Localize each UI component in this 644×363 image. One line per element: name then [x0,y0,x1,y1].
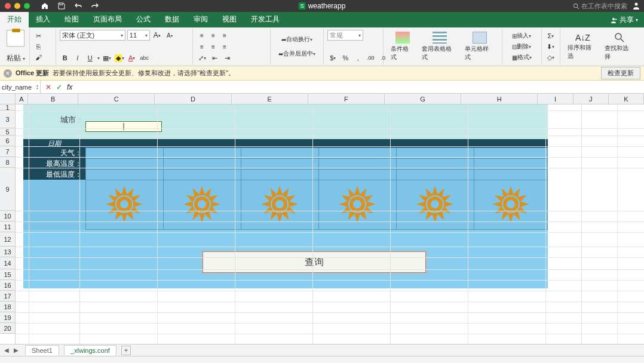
tab-data[interactable]: 数据 [158,12,186,27]
row-header-20[interactable]: 20 [0,323,15,334]
col-header-f[interactable]: F [308,94,385,104]
sort-filter-button[interactable]: A↓Z排序和筛选 [564,32,601,61]
font-family-select[interactable]: 宋体 (正文)▾ [60,30,125,41]
row-header-7[interactable]: 7 [0,146,15,157]
cancel-edit-icon[interactable]: ✕ [45,83,51,91]
maximize-window-button[interactable] [24,3,30,9]
tab-page-layout[interactable]: 页面布局 [86,12,129,27]
merge-center-button[interactable]: ⬌ 合并后居中 ▾ [274,48,320,59]
autosum-button[interactable]: Σ▾ [545,30,557,41]
paste-icon[interactable] [7,30,24,47]
row-header-14[interactable]: 14 [0,257,15,269]
row-header-9[interactable]: 9 [0,168,15,211]
find-select-button[interactable]: 查找和选择 [601,31,638,62]
confirm-edit-icon[interactable]: ✓ [56,83,62,91]
row-header-15[interactable]: 15 [0,269,15,280]
format-painter-icon[interactable]: 🖌 [33,52,44,63]
tab-home[interactable]: 开始 [0,12,29,27]
comma-button[interactable]: , [352,53,363,63]
wrap-text-button[interactable]: ➦ 自动换行 ▾ [274,34,320,45]
row-header-11[interactable]: 11 [0,222,15,232]
fill-color-button[interactable]: ◆▾ [114,53,125,63]
col-header-k[interactable]: K [609,94,644,104]
row-header-10[interactable]: 10 [0,211,15,222]
tab-insert[interactable]: 插入 [29,12,57,27]
sheet-nav-prev[interactable]: ◀ [2,346,11,355]
select-all-corner[interactable] [0,94,16,104]
percent-button[interactable]: % [340,53,351,63]
conditional-format-button[interactable]: 条件格式 [387,30,418,63]
copy-icon[interactable]: ⎘ [33,41,44,52]
add-sheet-button[interactable]: + [121,346,131,355]
tab-formulas[interactable]: 公式 [129,12,158,27]
minimize-window-button[interactable] [14,3,20,9]
col-header-g[interactable]: G [385,94,461,104]
number-format-select[interactable]: 常规▾ [327,30,363,41]
sheet-tab-xlwings[interactable]: _xlwings.conf [64,345,116,355]
redo-icon[interactable] [91,2,99,10]
formula-input[interactable] [77,81,644,93]
border-button[interactable]: ▦▾ [102,53,112,63]
row-header-19[interactable]: 19 [0,312,15,323]
font-color-button[interactable]: A▾ [127,53,137,63]
orientation-button[interactable]: ⤢▾ [197,53,207,63]
table-format-button[interactable]: 套用表格格式 [418,30,461,63]
tab-review[interactable]: 审阅 [186,12,215,27]
clear-button[interactable]: ◇▾ [545,52,557,63]
increase-indent-icon[interactable]: ⇥ [222,53,232,63]
fill-button[interactable]: ⬇▾ [545,41,557,52]
align-top-center[interactable]: ≡ [208,30,219,41]
cell-style-button[interactable]: 单元格样式 [461,30,498,63]
cells-area[interactable]: 城市： 日期 天气： 最高温度： 最低温度： 查询 [16,104,644,344]
check-updates-button[interactable]: 检查更新 [601,67,640,79]
align-left[interactable]: ≡ [197,41,207,52]
align-right[interactable]: ≡ [219,41,230,52]
col-header-b[interactable]: B [28,94,78,104]
city-input[interactable] [85,121,162,132]
col-header-c[interactable]: C [78,94,155,104]
increase-decimal-icon[interactable]: .00 [365,53,376,63]
row-header-17[interactable]: 17 [0,291,15,302]
tab-developer[interactable]: 开发工具 [244,12,287,27]
row-header-13[interactable]: 13 [0,247,15,257]
sheet-nav-next[interactable]: ▶ [12,346,20,355]
col-header-d[interactable]: D [155,94,231,104]
close-window-button[interactable] [5,3,11,9]
tab-view[interactable]: 视图 [215,12,244,27]
row-header-12[interactable]: 12 [0,232,15,247]
close-notification-button[interactable]: ✕ [4,69,12,78]
search-input[interactable]: 在工作表中搜索 [573,2,627,11]
undo-icon[interactable] [74,2,82,10]
insert-cells-button[interactable]: ⊞ 插入 ▾ [506,30,538,41]
col-header-i[interactable]: I [538,94,573,104]
row-header-8[interactable]: 8 [0,157,15,168]
italic-button[interactable]: I [72,53,83,63]
align-top-right[interactable]: ≡ [219,30,230,41]
insert-function-icon[interactable]: fx [67,83,72,91]
delete-cells-button[interactable]: ⊟ 删除 ▾ [506,41,538,52]
paste-button[interactable]: 粘贴 ▾ [7,53,25,63]
col-header-j[interactable]: J [574,94,609,104]
row-header-1[interactable]: 1 [0,104,15,110]
row-header-3[interactable]: 3 [0,110,15,128]
col-header-a[interactable]: A [16,94,29,104]
bold-button[interactable]: B [60,53,70,63]
sheet-tab-sheet1[interactable]: Sheet1 [25,345,59,355]
row-header-5[interactable]: 5 [0,128,15,136]
row-header-16[interactable]: 16 [0,280,15,291]
share-button[interactable]: 共享 ▾ [605,13,644,27]
phonetic-button[interactable]: abc [139,53,150,63]
format-cells-button[interactable]: ▦ 格式 ▾ [506,52,538,63]
col-header-h[interactable]: H [461,94,538,104]
increase-font-icon[interactable]: A▴ [152,30,162,41]
cut-icon[interactable]: ✂ [33,30,44,41]
home-icon[interactable] [41,2,49,10]
col-header-e[interactable]: E [232,94,308,104]
row-header-18[interactable]: 18 [0,302,15,312]
currency-button[interactable]: $▾ [327,53,338,63]
user-icon[interactable] [632,2,640,10]
font-size-select[interactable]: 11▾ [127,30,150,41]
row-header-6[interactable]: 6 [0,136,15,146]
decrease-font-icon[interactable]: A▾ [164,30,175,41]
align-center[interactable]: ≡ [208,41,219,52]
